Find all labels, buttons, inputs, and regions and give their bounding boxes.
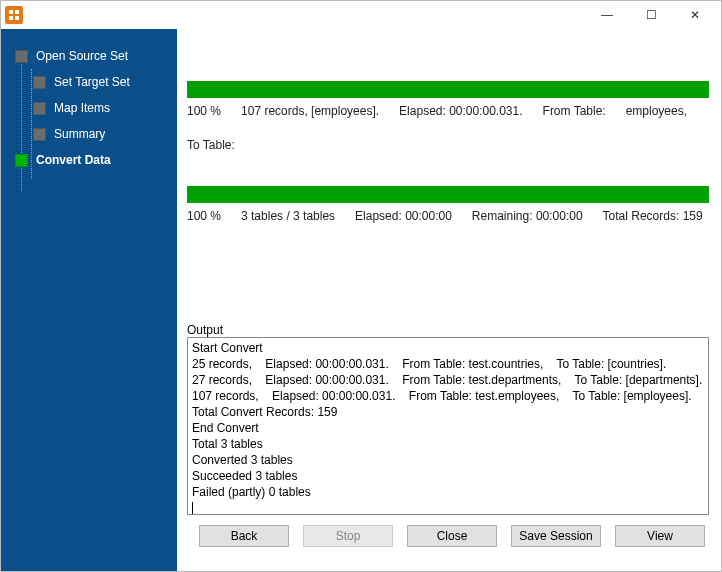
record-progress-from-label: From Table: [543, 104, 606, 118]
title-bar: — ☐ ✕ [1, 1, 721, 29]
step-label: Open Source Set [36, 49, 128, 63]
step-label: Convert Data [36, 153, 111, 167]
table-progress-total: Total Records: 159 [603, 209, 703, 223]
text-caret [192, 502, 193, 515]
view-button[interactable]: View [615, 525, 705, 547]
step-marker-icon [15, 154, 28, 167]
maximize-button[interactable]: ☐ [629, 1, 673, 29]
table-progress-percent: 100 % [187, 209, 221, 223]
step-marker-icon [33, 76, 46, 89]
step-set-target-set[interactable]: Set Target Set [1, 75, 177, 89]
record-progress-from-value: employees, [626, 104, 687, 118]
step-label: Set Target Set [54, 75, 130, 89]
output-label: Output [187, 323, 709, 337]
back-button[interactable]: Back [199, 525, 289, 547]
close-icon: ✕ [690, 8, 700, 22]
record-progress-to-label: To Table: [187, 138, 235, 152]
save-session-button[interactable]: Save Session [511, 525, 601, 547]
svg-rect-2 [9, 16, 13, 20]
step-marker-icon [33, 128, 46, 141]
record-progress-elapsed: Elapsed: 00:00:00.031. [399, 104, 522, 118]
record-progress-records: 107 records, [employees]. [241, 104, 379, 118]
record-progress-block: 100 % 107 records, [employees]. Elapsed:… [187, 81, 709, 152]
table-progress-tables: 3 tables / 3 tables [241, 209, 335, 223]
table-progress-elapsed: Elapsed: 00:00:00 [355, 209, 452, 223]
output-log-text: Start Convert 25 records, Elapsed: 00:00… [192, 341, 702, 499]
table-progress-remaining: Remaining: 00:00:00 [472, 209, 583, 223]
close-button[interactable]: Close [407, 525, 497, 547]
step-map-items[interactable]: Map Items [1, 101, 177, 115]
minimize-icon: — [601, 8, 613, 22]
step-open-source-set[interactable]: Open Source Set [1, 49, 177, 63]
step-marker-icon [33, 102, 46, 115]
output-log[interactable]: Start Convert 25 records, Elapsed: 00:00… [187, 337, 709, 515]
close-window-button[interactable]: ✕ [673, 1, 717, 29]
stop-button[interactable]: Stop [303, 525, 393, 547]
step-summary[interactable]: Summary [1, 127, 177, 141]
wizard-buttons: Back Stop Close Save Session View [187, 515, 709, 547]
maximize-icon: ☐ [646, 8, 657, 22]
record-progress-bar [187, 81, 709, 98]
svg-rect-3 [15, 16, 19, 20]
step-marker-icon [15, 50, 28, 63]
wizard-sidebar: Open Source Set Set Target Set Map Items… [1, 29, 177, 571]
app-icon [5, 6, 23, 24]
step-convert-data[interactable]: Convert Data [1, 153, 177, 167]
step-label: Summary [54, 127, 105, 141]
minimize-button[interactable]: — [585, 1, 629, 29]
svg-rect-1 [15, 10, 19, 14]
table-progress-bar [187, 186, 709, 203]
record-progress-percent: 100 % [187, 104, 221, 118]
svg-rect-0 [9, 10, 13, 14]
main-panel: 100 % 107 records, [employees]. Elapsed:… [177, 29, 721, 571]
step-label: Map Items [54, 101, 110, 115]
table-progress-block: 100 % 3 tables / 3 tables Elapsed: 00:00… [187, 186, 709, 223]
